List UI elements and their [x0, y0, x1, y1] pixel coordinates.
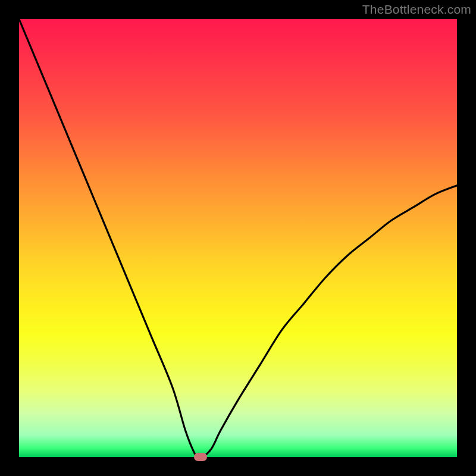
plot-area	[19, 19, 457, 457]
chart-frame: TheBottleneck.com	[0, 0, 476, 476]
optimal-point-marker	[194, 453, 207, 461]
watermark-text: TheBottleneck.com	[362, 2, 471, 17]
bottleneck-curve	[19, 19, 457, 457]
